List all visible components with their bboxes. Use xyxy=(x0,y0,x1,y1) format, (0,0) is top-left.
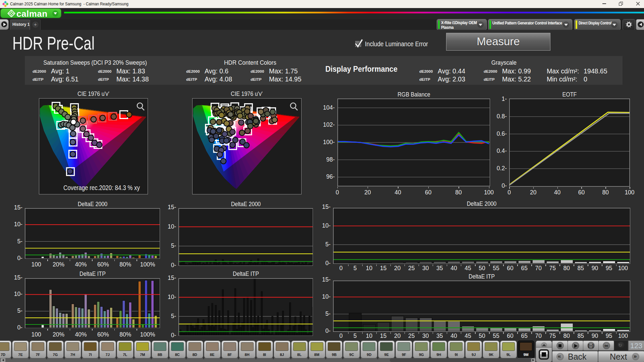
svg-text:Coverage rec.2020: 84.3 % xy: Coverage rec.2020: 84.3 % xy xyxy=(63,184,140,191)
